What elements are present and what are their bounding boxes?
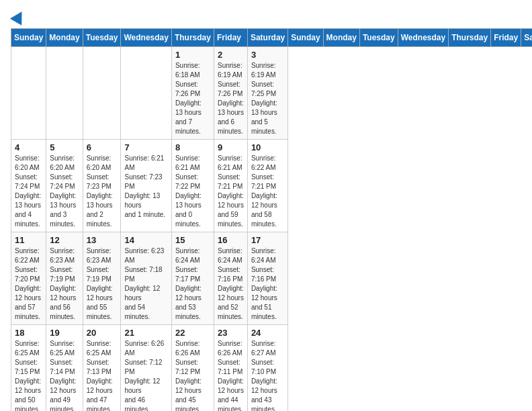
calendar-table: SundayMondayTuesdayWednesdayThursdayFrid…	[11, 28, 532, 411]
day-info: Sunrise: 6:27 AM Sunset: 7:10 PM Dayligh…	[251, 339, 284, 411]
day-cell-2: 2Sunrise: 6:19 AM Sunset: 7:26 PM Daylig…	[214, 47, 247, 140]
day-number: 20	[87, 328, 118, 338]
day-number: 7	[124, 142, 167, 152]
day-info: Sunrise: 6:18 AM Sunset: 7:26 PM Dayligh…	[175, 61, 210, 136]
header-saturday: Saturday	[247, 29, 287, 47]
day-cell-8: 8Sunrise: 6:21 AM Sunset: 7:22 PM Daylig…	[171, 140, 214, 232]
day-number: 21	[124, 328, 167, 338]
day-info: Sunrise: 6:25 AM Sunset: 7:15 PM Dayligh…	[15, 339, 42, 411]
day-info: Sunrise: 6:21 AM Sunset: 7:21 PM Dayligh…	[218, 154, 244, 229]
header-tuesday: Tuesday	[83, 29, 121, 47]
day-number: 19	[50, 328, 79, 338]
week-row-4: 18Sunrise: 6:25 AM Sunset: 7:15 PM Dayli…	[11, 325, 533, 412]
header-saturday: Saturday	[521, 29, 532, 47]
day-number: 5	[50, 142, 79, 152]
empty-cell	[83, 47, 121, 140]
day-number: 2	[218, 50, 244, 60]
day-cell-18: 18Sunrise: 6:25 AM Sunset: 7:15 PM Dayli…	[11, 325, 46, 412]
day-number: 14	[124, 235, 167, 245]
day-number: 24	[251, 328, 284, 338]
day-number: 11	[15, 235, 42, 245]
day-cell-24: 24Sunrise: 6:27 AM Sunset: 7:10 PM Dayli…	[247, 325, 287, 412]
day-number: 9	[218, 142, 244, 152]
day-info: Sunrise: 6:26 AM Sunset: 7:12 PM Dayligh…	[124, 339, 167, 411]
day-number: 4	[15, 142, 42, 152]
day-cell-19: 19Sunrise: 6:25 AM Sunset: 7:14 PM Dayli…	[46, 325, 83, 412]
empty-cell	[11, 47, 46, 140]
week-row-1: 1Sunrise: 6:18 AM Sunset: 7:26 PM Daylig…	[11, 47, 533, 140]
day-info: Sunrise: 6:24 AM Sunset: 7:17 PM Dayligh…	[175, 246, 210, 322]
page-header	[11, 11, 521, 23]
day-cell-15: 15Sunrise: 6:24 AM Sunset: 7:17 PM Dayli…	[171, 232, 214, 325]
week-row-3: 11Sunrise: 6:22 AM Sunset: 7:20 PM Dayli…	[11, 232, 533, 325]
day-cell-3: 3Sunrise: 6:19 AM Sunset: 7:25 PM Daylig…	[247, 47, 287, 140]
header-tuesday: Tuesday	[359, 29, 398, 47]
header-friday: Friday	[491, 29, 521, 47]
day-info: Sunrise: 6:26 AM Sunset: 7:11 PM Dayligh…	[218, 339, 244, 411]
day-info: Sunrise: 6:23 AM Sunset: 7:18 PM Dayligh…	[124, 246, 167, 322]
header-monday: Monday	[323, 29, 359, 47]
day-number: 16	[218, 235, 244, 245]
day-number: 15	[175, 235, 210, 245]
day-info: Sunrise: 6:26 AM Sunset: 7:12 PM Dayligh…	[175, 339, 210, 411]
calendar-header-row: SundayMondayTuesdayWednesdayThursdayFrid…	[11, 29, 533, 47]
day-cell-20: 20Sunrise: 6:25 AM Sunset: 7:13 PM Dayli…	[83, 325, 121, 412]
day-info: Sunrise: 6:19 AM Sunset: 7:26 PM Dayligh…	[218, 61, 244, 136]
day-cell-1: 1Sunrise: 6:18 AM Sunset: 7:26 PM Daylig…	[171, 47, 214, 140]
header-thursday: Thursday	[449, 29, 491, 47]
day-info: Sunrise: 6:25 AM Sunset: 7:13 PM Dayligh…	[87, 339, 118, 411]
day-cell-4: 4Sunrise: 6:20 AM Sunset: 7:24 PM Daylig…	[11, 140, 46, 232]
day-cell-17: 17Sunrise: 6:24 AM Sunset: 7:16 PM Dayli…	[247, 232, 287, 325]
day-info: Sunrise: 6:25 AM Sunset: 7:14 PM Dayligh…	[50, 339, 79, 411]
day-info: Sunrise: 6:22 AM Sunset: 7:20 PM Dayligh…	[15, 246, 42, 322]
day-info: Sunrise: 6:21 AM Sunset: 7:23 PM Dayligh…	[124, 154, 167, 220]
day-number: 6	[87, 142, 118, 152]
day-info: Sunrise: 6:24 AM Sunset: 7:16 PM Dayligh…	[218, 246, 244, 322]
day-number: 8	[175, 142, 210, 152]
day-number: 3	[251, 50, 284, 60]
day-info: Sunrise: 6:20 AM Sunset: 7:24 PM Dayligh…	[15, 154, 42, 229]
day-info: Sunrise: 6:23 AM Sunset: 7:19 PM Dayligh…	[50, 246, 79, 322]
day-number: 1	[175, 50, 210, 60]
day-number: 17	[251, 235, 284, 245]
day-info: Sunrise: 6:24 AM Sunset: 7:16 PM Dayligh…	[251, 246, 284, 322]
day-info: Sunrise: 6:21 AM Sunset: 7:22 PM Dayligh…	[175, 154, 210, 229]
week-row-2: 4Sunrise: 6:20 AM Sunset: 7:24 PM Daylig…	[11, 140, 533, 232]
day-cell-22: 22Sunrise: 6:26 AM Sunset: 7:12 PM Dayli…	[171, 325, 214, 412]
day-cell-11: 11Sunrise: 6:22 AM Sunset: 7:20 PM Dayli…	[11, 232, 46, 325]
header-wednesday: Wednesday	[121, 29, 171, 47]
day-cell-9: 9Sunrise: 6:21 AM Sunset: 7:21 PM Daylig…	[214, 140, 247, 232]
day-cell-14: 14Sunrise: 6:23 AM Sunset: 7:18 PM Dayli…	[121, 232, 171, 325]
day-info: Sunrise: 6:20 AM Sunset: 7:24 PM Dayligh…	[50, 154, 79, 229]
header-sunday: Sunday	[288, 29, 323, 47]
logo-triangle-icon	[10, 8, 28, 26]
logo	[11, 11, 26, 23]
day-number: 10	[251, 142, 284, 152]
day-cell-7: 7Sunrise: 6:21 AM Sunset: 7:23 PM Daylig…	[121, 140, 171, 232]
day-cell-5: 5Sunrise: 6:20 AM Sunset: 7:24 PM Daylig…	[46, 140, 83, 232]
day-cell-12: 12Sunrise: 6:23 AM Sunset: 7:19 PM Dayli…	[46, 232, 83, 325]
day-info: Sunrise: 6:19 AM Sunset: 7:25 PM Dayligh…	[251, 61, 284, 136]
day-number: 13	[87, 235, 118, 245]
header-friday: Friday	[214, 29, 247, 47]
day-cell-23: 23Sunrise: 6:26 AM Sunset: 7:11 PM Dayli…	[214, 325, 247, 412]
day-number: 23	[218, 328, 244, 338]
day-cell-16: 16Sunrise: 6:24 AM Sunset: 7:16 PM Dayli…	[214, 232, 247, 325]
header-monday: Monday	[46, 29, 83, 47]
header-wednesday: Wednesday	[398, 29, 448, 47]
day-cell-10: 10Sunrise: 6:22 AM Sunset: 7:21 PM Dayli…	[247, 140, 287, 232]
day-cell-13: 13Sunrise: 6:23 AM Sunset: 7:19 PM Dayli…	[83, 232, 121, 325]
day-number: 18	[15, 328, 42, 338]
day-info: Sunrise: 6:20 AM Sunset: 7:23 PM Dayligh…	[87, 154, 118, 229]
day-cell-6: 6Sunrise: 6:20 AM Sunset: 7:23 PM Daylig…	[83, 140, 121, 232]
day-number: 22	[175, 328, 210, 338]
header-thursday: Thursday	[171, 29, 214, 47]
day-cell-21: 21Sunrise: 6:26 AM Sunset: 7:12 PM Dayli…	[121, 325, 171, 412]
empty-cell	[121, 47, 171, 140]
day-info: Sunrise: 6:23 AM Sunset: 7:19 PM Dayligh…	[87, 246, 118, 322]
day-info: Sunrise: 6:22 AM Sunset: 7:21 PM Dayligh…	[251, 154, 284, 229]
empty-cell	[46, 47, 83, 140]
header-sunday: Sunday	[11, 29, 46, 47]
day-number: 12	[50, 235, 79, 245]
